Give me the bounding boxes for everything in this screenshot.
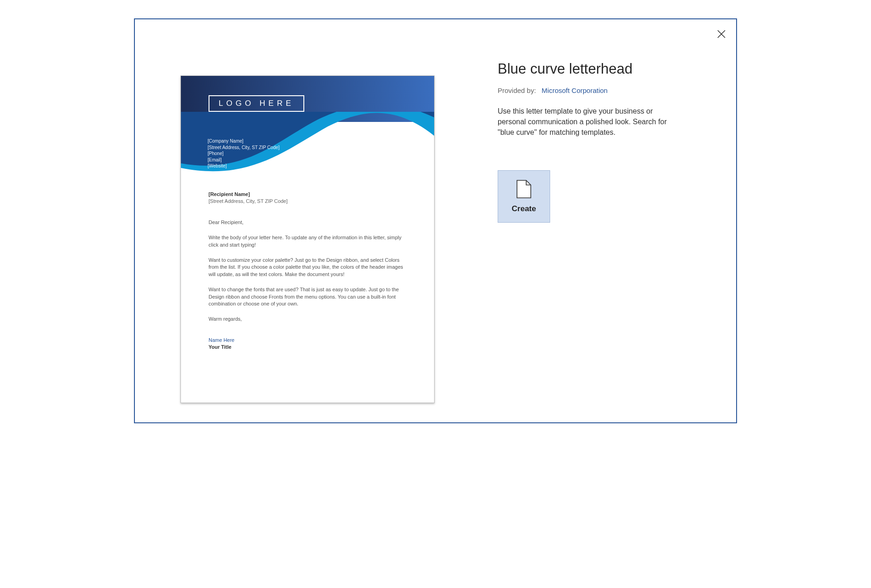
create-button-label: Create xyxy=(512,204,536,213)
company-addr: [Street Address, City, ST ZIP Code] xyxy=(208,144,279,151)
info-column: Blue curve letterhead Provided by: Micro… xyxy=(476,24,732,418)
body-paragraph-3: Want to change the fonts that are used? … xyxy=(209,286,406,307)
signature-title: Your Title xyxy=(209,344,406,351)
template-preview: LOGO HERE [Company Name] [Street Address… xyxy=(180,75,435,403)
template-description: Use this letter template to give your bu… xyxy=(498,106,673,138)
body-paragraph-2: Want to customize your color palette? Ju… xyxy=(209,257,406,278)
recipient-name: [Recipient Name] xyxy=(209,191,406,198)
company-email: [Email] xyxy=(208,157,279,163)
document-icon xyxy=(516,179,532,199)
create-button[interactable]: Create xyxy=(498,170,550,223)
greeting: Dear Recipient, xyxy=(209,219,406,226)
provided-by: Provided by: Microsoft Corporation xyxy=(498,86,708,94)
template-title: Blue curve letterhead xyxy=(498,61,708,77)
template-preview-dialog: LOGO HERE [Company Name] [Street Address… xyxy=(134,18,737,423)
preview-body: [Recipient Name] [Street Address, City, … xyxy=(181,177,434,351)
company-name: [Company Name] xyxy=(208,138,279,144)
signature-name: Name Here xyxy=(209,337,406,344)
company-phone: [Phone] xyxy=(208,150,279,157)
company-block: [Company Name] [Street Address, City, ST… xyxy=(208,138,279,169)
body-paragraph-1: Write the body of your letter here. To u… xyxy=(209,234,406,248)
provider-link[interactable]: Microsoft Corporation xyxy=(542,86,608,94)
close-button[interactable] xyxy=(717,28,726,42)
provided-by-label: Provided by: xyxy=(498,86,536,94)
close-icon xyxy=(717,29,726,39)
closing: Warm regards, xyxy=(209,316,406,323)
recipient-addr: [Street Address, City, ST ZIP Code] xyxy=(209,198,406,205)
company-website: [Website] xyxy=(208,163,279,169)
logo-placeholder: LOGO HERE xyxy=(209,95,304,112)
preview-column: LOGO HERE [Company Name] [Street Address… xyxy=(139,24,476,418)
preview-header: LOGO HERE [Company Name] [Street Address… xyxy=(181,76,434,177)
